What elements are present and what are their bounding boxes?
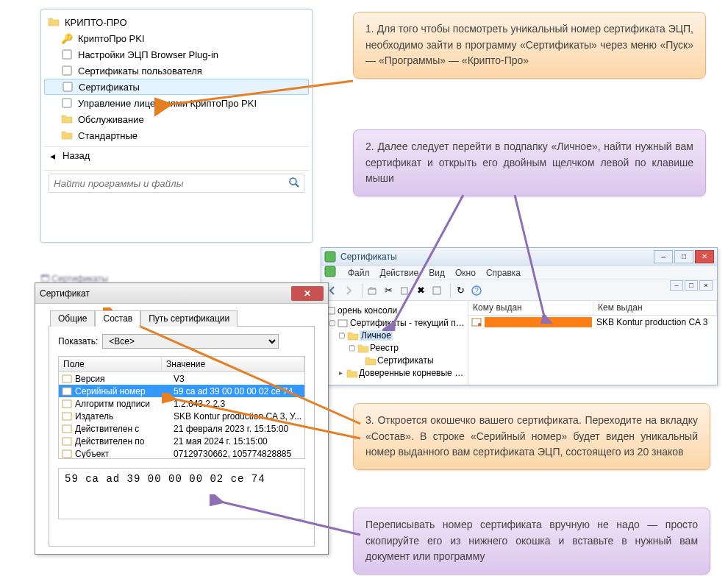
tab-details[interactable]: Состав (95, 310, 140, 327)
mmc-app-menu-icon[interactable] (324, 266, 338, 280)
start-menu-root[interactable]: КРИПТО-ПРО (44, 14, 309, 30)
mmc-inner-window-controls: – □ × (668, 280, 713, 291)
cert-field-row[interactable]: Действителен по21 мая 2024 г. 15:15:00 (59, 435, 304, 447)
menu-window[interactable]: Окно (455, 268, 476, 278)
field-name: Действителен по (75, 436, 174, 447)
menu-view[interactable]: Вид (429, 268, 445, 278)
inner-close-button[interactable]: × (699, 280, 713, 291)
start-menu-folder[interactable]: Обслуживание (44, 111, 309, 127)
tb-help-button[interactable]: ? (468, 282, 485, 299)
cert-field-row[interactable]: Алгоритм подписи1.2.643.2.2.3 (59, 397, 304, 410)
field-icon (62, 449, 72, 458)
svg-rect-14 (338, 320, 347, 327)
minimize-button[interactable]: – (654, 250, 673, 263)
tb-properties-button[interactable] (429, 282, 445, 299)
search-icon[interactable] (288, 177, 300, 191)
cert-field-row[interactable]: Серийный номер59 ca ad 39 00 00 00 02 ce… (59, 385, 304, 397)
menu-file[interactable]: Файл (348, 268, 370, 278)
start-menu-item[interactable]: Настройки ЭЦП Browser Plug-in (44, 46, 309, 63)
tree-toggle-icon[interactable]: ▢ (329, 319, 335, 327)
start-menu-item[interactable]: Управление лицензиями КриптоПро PKI (44, 95, 309, 111)
tree-toggle-icon[interactable]: ▢ (348, 344, 355, 352)
cert-field-row[interactable]: ИздательSKB Kontur production CA 3, У... (59, 410, 304, 422)
folder-icon (47, 15, 60, 29)
tb-cut-button[interactable]: ✂ (380, 282, 396, 299)
field-value: 21 мая 2024 г. 15:15:00 (174, 436, 304, 447)
field-value: 1.2.643.2.2.3 (174, 399, 304, 409)
folder-icon (347, 330, 357, 341)
folder-icon (60, 129, 74, 142)
folder-icon (60, 113, 74, 126)
inner-minimize-button[interactable]: – (670, 280, 683, 291)
mmc-menubar: Файл Действие Вид Окно Справка (321, 266, 717, 280)
tree-toggle-icon[interactable]: ▸ (338, 369, 344, 377)
svg-rect-6 (325, 252, 335, 262)
start-menu-item[interactable]: 🔑 КриптоПро PKI (44, 30, 309, 46)
field-name: Действителен с (75, 424, 174, 434)
field-icon (62, 374, 72, 383)
search-input[interactable] (49, 174, 304, 193)
tree-certs[interactable]: Сертификаты (377, 355, 434, 366)
start-menu-item-label: Управление лицензиями КриптоПро PKI (78, 98, 257, 109)
callout-tip: Переписывать номер сертификата вручную н… (353, 508, 710, 575)
tb-delete-button[interactable]: ✖ (413, 282, 429, 299)
close-button[interactable]: ✕ (291, 286, 324, 301)
start-menu-item-certificates[interactable]: Сертификаты (44, 79, 309, 95)
field-value: 59 ca ad 39 00 00 00 02 ce 74 (174, 386, 304, 397)
show-select[interactable]: <Все> (102, 334, 279, 349)
start-menu-panel: КРИПТО-ПРО 🔑 КриптоПро PKI Настройки ЭЦП… (40, 9, 313, 243)
field-icon (62, 387, 72, 396)
svg-rect-22 (63, 438, 71, 445)
cert-list-row[interactable]: SKB Kontur production CA 3 (468, 316, 717, 329)
maximize-button[interactable]: □ (674, 250, 693, 263)
col-issued-to[interactable]: Кому выдан (468, 301, 593, 315)
cert-field-row[interactable]: ВерсияV3 (59, 372, 304, 385)
svg-point-16 (478, 323, 481, 326)
tb-forward-button[interactable] (340, 282, 357, 299)
certificate-icon (471, 317, 482, 327)
inner-restore-button[interactable]: □ (685, 280, 698, 291)
tree-root[interactable]: орень консоли (338, 305, 397, 316)
cert-field-row[interactable]: Действителен с21 февраля 2023 г. 15:15:0… (59, 422, 304, 435)
cert-detail-box[interactable]: 59 ca ad 39 00 00 00 02 ce 74 (58, 468, 305, 519)
cert-dialog-title: Сертификат (40, 288, 291, 299)
start-menu-item[interactable]: Сертификаты пользователя (44, 63, 309, 79)
mmc-tree[interactable]: орень консоли ▢Сертификаты - текущий пол… (321, 301, 468, 385)
tree-personal[interactable]: Личное (360, 330, 393, 341)
license-icon (60, 96, 74, 110)
start-menu-back-label: Назад (63, 150, 90, 161)
tab-general[interactable]: Общие (50, 310, 95, 327)
svg-rect-19 (63, 400, 71, 408)
tb-up-button[interactable] (364, 282, 380, 299)
start-menu-folder[interactable]: Стандартные (44, 127, 309, 143)
field-name: Издатель (75, 411, 174, 422)
cert-field-row[interactable]: Субъект07129730662, 105774828885 (59, 447, 304, 459)
menu-action[interactable]: Действие (380, 268, 419, 278)
tb-copy-button[interactable] (396, 282, 413, 299)
tree-trusted-roots[interactable]: Доверенные корневые центр (359, 368, 466, 378)
tab-certpath[interactable]: Путь сертификации (140, 310, 238, 327)
field-value: SKB Kontur production CA 3, У... (174, 411, 304, 422)
cert-store-icon (338, 318, 348, 328)
tree-toggle-icon[interactable]: ▢ (338, 331, 345, 339)
cert-issuer: SKB Kontur production CA 3 (596, 317, 707, 327)
start-menu-back[interactable]: ◂ Назад (44, 146, 309, 164)
chevron-left-icon: ◂ (50, 150, 55, 162)
col-value[interactable]: Значение (162, 357, 304, 371)
start-menu-root-label: КРИПТО-ПРО (65, 17, 127, 28)
svg-rect-23 (63, 450, 71, 458)
close-button[interactable]: ✕ (695, 250, 714, 263)
cert-dialog-pane: Показать: <Все> Поле Значение ВерсияV3Се… (49, 326, 315, 547)
mmc-title: Сертификаты (340, 252, 652, 262)
cert-fields-list[interactable]: Поле Значение ВерсияV3Серийный номер59 c… (58, 356, 305, 459)
mmc-titlebar: Сертификаты – □ ✕ (321, 248, 717, 266)
tree-certs-current-user[interactable]: Сертификаты - текущий пользов (350, 318, 466, 328)
menu-help[interactable]: Справка (486, 268, 521, 278)
field-icon (62, 412, 72, 421)
col-issued-by[interactable]: Кем выдан (593, 301, 717, 315)
cert-dialog-tabs: Общие Состав Путь сертификации (35, 304, 328, 326)
col-field[interactable]: Поле (59, 357, 162, 371)
tb-refresh-button[interactable]: ↻ (452, 282, 468, 299)
tree-registry[interactable]: Реестр (370, 343, 399, 353)
start-menu-item-label: Настройки ЭЦП Browser Plug-in (78, 49, 218, 60)
